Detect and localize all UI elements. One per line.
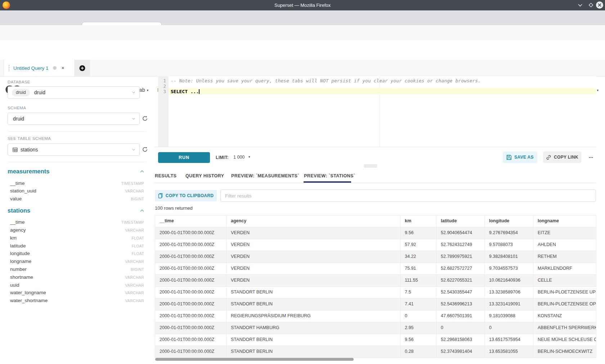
schema-label: SCHEMA bbox=[8, 106, 26, 110]
schema-field-row: water_longnameVARCHAR bbox=[10, 290, 144, 295]
chevron-down-icon bbox=[131, 90, 136, 95]
column-header[interactable]: longitude bbox=[485, 215, 533, 227]
chevron-down-icon bbox=[131, 147, 136, 152]
tab-results[interactable]: RESULTS bbox=[155, 173, 176, 178]
schema-field-row: latitudeFLOAT bbox=[10, 243, 144, 249]
schema-field-row: uuidVARCHAR bbox=[10, 282, 144, 288]
print-margin bbox=[380, 76, 380, 147]
clipboard-icon bbox=[158, 193, 163, 199]
chevron-down-icon[interactable]: ▾ bbox=[248, 155, 250, 159]
database-pill: druid bbox=[12, 89, 30, 96]
text-cursor bbox=[199, 89, 200, 94]
filter-results-input[interactable] bbox=[220, 190, 596, 202]
column-header[interactable]: km bbox=[400, 215, 436, 227]
divider bbox=[154, 183, 596, 183]
pane-resize-handle[interactable] bbox=[364, 165, 377, 168]
tab-preview-measurements[interactable]: PREVIEW: `MEASUREMENTS` bbox=[231, 173, 299, 178]
superset-navbar: Superset Dashboards Charts SQL Lab▾ Data… bbox=[0, 40, 605, 60]
editor-gutter: 1 2 3 bbox=[158, 76, 169, 147]
schema-field-row: longitudeFLOAT bbox=[10, 251, 144, 256]
more-actions-button[interactable]: ... bbox=[586, 151, 596, 163]
results-table: __time agency km latitude longitude long… bbox=[155, 215, 596, 358]
limit-value[interactable]: 1 000 bbox=[233, 155, 245, 160]
schema-section-measurements[interactable]: measurements bbox=[8, 168, 49, 175]
horizontal-scrollbar[interactable] bbox=[155, 358, 354, 361]
editor-comment-line: -- Note: Unless you save your query, the… bbox=[171, 78, 481, 83]
divider bbox=[8, 131, 147, 132]
column-header[interactable]: longname bbox=[533, 215, 596, 227]
query-tab-label: Untitled Query 1 bbox=[13, 65, 49, 71]
database-select[interactable]: druid druid bbox=[8, 86, 140, 99]
table-icon bbox=[13, 147, 18, 152]
database-label: DATABASE bbox=[8, 80, 30, 84]
maximize-icon[interactable] bbox=[588, 2, 594, 8]
schema-select[interactable]: druid bbox=[8, 113, 140, 125]
divider bbox=[154, 147, 596, 147]
table-schema-label: SEE TABLE SCHEMA bbox=[8, 136, 51, 141]
chevron-down-icon: ▾ bbox=[147, 88, 149, 92]
table-row: 2000-01-01T00:00:00.000ZSTANDORT BERLIN7… bbox=[155, 287, 596, 299]
app-root: Superset — Mozilla Firefox Apache Druid … bbox=[0, 0, 605, 364]
browser-tabstrip: Apache Druid × Superset × + bbox=[0, 10, 605, 25]
window-titlebar: Superset — Mozilla Firefox bbox=[0, 0, 605, 10]
tab-preview-stations[interactable]: PREVIEW: `STATIONS` bbox=[304, 173, 355, 178]
table-row: 2000-01-01T00:00:00.000ZVERDEN34.2252.78… bbox=[155, 251, 596, 263]
add-query-tab-button[interactable] bbox=[74, 60, 90, 76]
chevron-down-icon: ▾ bbox=[597, 88, 599, 92]
schema-field-row: __timeTIMESTAMP bbox=[10, 219, 144, 225]
drag-handle-icon[interactable] bbox=[8, 65, 10, 71]
active-line-highlight bbox=[169, 88, 596, 94]
schema-field-row: valueBIGINT bbox=[10, 196, 144, 201]
query-tabstrip bbox=[0, 60, 605, 77]
schema-field-row: kmFLOAT bbox=[10, 235, 144, 241]
schema-field-row: shortnameVARCHAR bbox=[10, 274, 144, 280]
column-header[interactable]: __time bbox=[155, 215, 227, 227]
link-icon bbox=[546, 155, 551, 160]
close-icon[interactable] bbox=[596, 1, 604, 9]
table-select[interactable]: stations bbox=[8, 144, 140, 156]
schema-field-row: longnameVARCHAR bbox=[10, 259, 144, 264]
table-row: 2000-01-01T00:00:00.000ZSTANDORT HAMBURG… bbox=[155, 322, 596, 334]
query-status-dot bbox=[53, 66, 57, 70]
schema-field-row: station_uuidVARCHAR bbox=[10, 188, 144, 194]
chevron-down-icon bbox=[131, 117, 136, 121]
tab-query-history[interactable]: QUERY HISTORY bbox=[185, 173, 224, 178]
chevron-up-icon[interactable] bbox=[140, 170, 144, 173]
schema-section-stations[interactable]: stations bbox=[8, 207, 30, 214]
schema-field-row: __timeTIMESTAMP bbox=[10, 181, 144, 186]
table-row: 2000-01-01T00:00:00.000ZSTANDORT BERLIN9… bbox=[155, 334, 596, 346]
column-header[interactable]: latitude bbox=[436, 215, 485, 227]
divider bbox=[8, 162, 147, 162]
minimize-icon[interactable] bbox=[577, 2, 583, 8]
save-as-button[interactable]: SAVE AS bbox=[503, 151, 537, 163]
schema-field-row: agencyVARCHAR bbox=[10, 227, 144, 233]
chevron-up-icon[interactable] bbox=[140, 209, 144, 213]
limit-label: LIMIT: bbox=[216, 155, 229, 160]
editor-code-line: SELECT ... bbox=[171, 89, 200, 94]
query-tab-active[interactable]: Untitled Query 1 × bbox=[4, 60, 75, 76]
refresh-table-icon[interactable] bbox=[142, 146, 148, 153]
table-row: 2000-01-01T00:00:00.000ZREGIERUNGSPRÄSID… bbox=[155, 310, 596, 322]
run-button[interactable]: RUN bbox=[158, 152, 210, 163]
save-icon bbox=[506, 155, 512, 160]
sql-editor[interactable]: 1 2 3 -- Note: Unless you save your quer… bbox=[158, 76, 596, 147]
refresh-schema-icon[interactable] bbox=[142, 115, 148, 122]
table-header-row: __time agency km latitude longitude long… bbox=[155, 215, 596, 227]
copy-to-clipboard-button[interactable]: COPY TO CLIPBOARD bbox=[155, 190, 217, 201]
table-row: 2000-01-01T00:00:00.000ZSTANDORT BERLIN0… bbox=[155, 346, 596, 358]
schema-field-row: numberBIGINT bbox=[10, 267, 144, 272]
table-row: 2000-01-01T00:00:00.000ZVERDEN57.9252.76… bbox=[155, 239, 596, 251]
copy-link-button[interactable]: COPY LINK bbox=[543, 151, 581, 163]
window-title: Superset — Mozilla Firefox bbox=[0, 0, 605, 10]
schema-field-row: water_shortnameVARCHAR bbox=[10, 298, 144, 303]
table-row: 2000-01-01T00:00:00.000ZVERDEN75.9152.68… bbox=[155, 263, 596, 275]
column-header[interactable]: agency bbox=[227, 215, 400, 227]
table-row: 2000-01-01T00:00:00.000ZVERDEN111.5552.6… bbox=[155, 275, 596, 287]
query-tab-close-icon[interactable]: × bbox=[62, 65, 64, 71]
table-row: 2000-01-01T00:00:00.000ZSTANDORT BERLIN7… bbox=[155, 299, 596, 310]
table-row: 2000-01-01T00:00:00.000ZVERDEN9.5652.904… bbox=[155, 227, 596, 239]
rows-returned-text: 100 rows returned bbox=[155, 205, 193, 211]
browser-urlbar: 172.18.0.4:32251/superset/sqllab/ ☆ UO bbox=[0, 25, 605, 41]
